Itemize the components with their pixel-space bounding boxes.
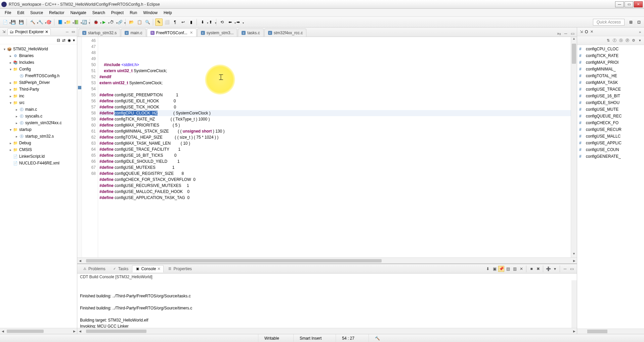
next-annotation-button[interactable]: ⬇▾ (199, 18, 206, 26)
expand-icon[interactable]: ▸ (8, 54, 13, 58)
toggle-word-wrap-button[interactable]: ↩ (179, 18, 187, 26)
outline-item[interactable]: #configMAX_PRIOI (577, 59, 644, 66)
menu-search[interactable]: Search (90, 9, 108, 16)
build-target-button[interactable]: 🎯 (45, 18, 52, 26)
new-button[interactable]: 📄▾ (1, 18, 9, 26)
code-line[interactable]: #define configUSE_TICK_HOOK 0 (99, 104, 571, 110)
open-task-button[interactable]: 📋 (136, 18, 143, 26)
expand-icon[interactable]: ▸ (8, 61, 13, 64)
open-console-icon[interactable]: ▥ (512, 266, 518, 272)
hide-fields-icon[interactable]: ⓕ (612, 38, 617, 43)
new-class-button[interactable]: 📗▾ (73, 18, 80, 26)
minimize-button[interactable]: — (615, 1, 624, 7)
code-line[interactable]: #define configUSE_PREEMPTION 1 (99, 92, 571, 98)
expand-icon[interactable]: ▸ (14, 121, 19, 125)
outline-close-icon[interactable]: ✕ (589, 29, 594, 35)
code-line[interactable]: #define configCHECK_FOR_STACK_OVERFLOW 0 (99, 177, 571, 183)
outline-item[interactable]: #configGENERATE_ (577, 153, 644, 160)
expand-icon[interactable]: ▸ (8, 94, 13, 98)
editor-body[interactable]: 4647484950515253545556575859606162636465… (77, 37, 577, 257)
save-all-button[interactable]: 💾 (17, 18, 25, 26)
bottom-maximize-icon[interactable]: ▭ (569, 266, 575, 272)
clear-console-icon[interactable]: ✕ (518, 266, 524, 272)
expand-icon[interactable]: ▸ (14, 135, 19, 138)
editor-tab[interactable]: ctasks.c (238, 29, 263, 37)
menu-file[interactable]: File (2, 9, 14, 16)
tree-hscrollbar[interactable]: ◀▶ (0, 328, 77, 334)
code-line[interactable]: #define configTOTAL_HEAP_SIZE ( ( size_t… (99, 134, 571, 140)
outline-menu-icon[interactable]: ▾ (637, 38, 643, 43)
forward-button[interactable]: ➡▾ (234, 18, 242, 26)
editor-overflow-icon[interactable]: »₂ (556, 31, 562, 37)
last-edit-button[interactable]: ⟲ (218, 18, 226, 26)
code-line[interactable]: #define configUSE_IDLE_HOOK 0 (99, 98, 571, 104)
outline-item[interactable]: #configUSE_MALLC (577, 133, 644, 140)
menu-navigate[interactable]: Navigate (68, 9, 89, 16)
new-console-icon[interactable]: ➕ (545, 266, 551, 272)
remove-launch-icon[interactable]: ✖ (535, 266, 541, 272)
menu-run[interactable]: Run (127, 9, 140, 16)
project-explorer-tab[interactable]: 🗂 Project Explorer ✕ (7, 29, 51, 35)
tree-item[interactable]: ⓗFreeRTOSConfig.h (1, 72, 76, 79)
code-line[interactable]: #define configTICK_RATE_HZ ( ( TickType_… (99, 116, 571, 122)
code-line[interactable]: #define configQUEUE_REGISTRY_SIZE 8 (99, 170, 571, 177)
hide-static-icon[interactable]: ⓢ (618, 38, 624, 43)
tree-item[interactable]: ▸ⓒmain.c (1, 106, 76, 113)
outline-item[interactable]: #configTICK_RATE (577, 52, 644, 59)
console-hscrollbar[interactable]: ◀▶ (77, 328, 577, 334)
expand-icon[interactable]: ▸ (8, 148, 13, 152)
maximize-button[interactable]: ▭ (625, 1, 633, 7)
outline-item[interactable]: #configQUEUE_REC (577, 113, 644, 119)
bottom-tab-console[interactable]: ▣Console ✕ (132, 265, 164, 273)
tree-item[interactable]: ▸📁inc (1, 93, 76, 99)
tab-close-icon[interactable]: ✕ (157, 266, 161, 271)
refresh-button[interactable]: 🔄▾ (81, 18, 88, 26)
code-line[interactable]: #define configUSE_16_BIT_TICKS 0 (99, 152, 571, 158)
quick-access-input[interactable]: Quick Access (593, 19, 625, 26)
editor-tab[interactable]: cstm32f4xx_rcc.c (264, 29, 307, 37)
code-line[interactable]: #define configMAX_PRIORITIES ( 5 ) (99, 122, 571, 128)
outline-item[interactable]: #configUSE_RECUR (577, 126, 644, 133)
expand-icon[interactable]: ▾ (8, 128, 13, 132)
outline-item[interactable]: #configMINIMAL_ (577, 66, 644, 72)
expand-icon[interactable]: ▸ (14, 108, 19, 111)
tree-item[interactable]: ▾📦STM32_HelloWorld (1, 46, 76, 52)
tree-item[interactable]: 📄LinkerScript.ld (1, 153, 76, 160)
tree-item[interactable]: ▾📁Config (1, 66, 76, 72)
code-line[interactable]: #define configUSE_MUTEXES 1 (99, 164, 571, 170)
prev-annotation-button[interactable]: ⬆▾ (207, 18, 214, 26)
bottom-tab-properties[interactable]: ☰Properties (164, 265, 195, 273)
toggle-mark-button[interactable]: ✎ (155, 18, 163, 26)
tab-close-icon[interactable]: ✕ (190, 31, 193, 35)
outline-item[interactable]: #configIDLE_SHOU (577, 99, 644, 106)
build-config-button[interactable]: 🔧▾ (37, 18, 44, 26)
terminate-icon[interactable]: ■ (528, 266, 534, 272)
scroll-lock-icon[interactable]: ⬇ (485, 266, 491, 272)
outline-overflow-icon[interactable]: » (637, 29, 643, 35)
console-dropdown-icon[interactable]: ▾ (552, 266, 558, 272)
tree-item[interactable]: ▸ⓢstartup_stm32.s (1, 133, 76, 140)
open-perspective-button[interactable]: ⊞ (627, 18, 635, 26)
code-line[interactable]: #define configUSE_APPLICATION_TASK_TAG 0 (99, 195, 571, 201)
filter-icon[interactable]: ⚙ (631, 38, 636, 43)
external-button[interactable]: 🔗▾ (116, 18, 124, 26)
code-line[interactable]: #define configUSE_TRACE_FACILITY 1 (99, 146, 571, 152)
code-line[interactable]: #define configMAX_TASK_NAME_LEN ( 10 ) (99, 140, 571, 146)
new-folder-button[interactable]: 📁▾ (65, 18, 72, 26)
expand-icon[interactable]: ▸ (8, 88, 13, 91)
collapse-all-icon[interactable]: ⊟ (57, 38, 60, 43)
search-button[interactable]: 🔍 (144, 18, 151, 26)
menu-project[interactable]: Project (109, 9, 126, 16)
tree-item[interactable]: ▸📁CMSIS (1, 146, 76, 153)
editor-vscrollbar[interactable]: ▲ ▼ (571, 37, 577, 257)
show-whitespace-button[interactable]: ¶ (171, 18, 179, 26)
tree-item[interactable]: ▸📁Debug (1, 140, 76, 146)
expand-icon[interactable]: ▸ (8, 81, 13, 85)
outline-hscrollbar[interactable] (577, 329, 644, 334)
code-line[interactable]: #define configMINIMAL_STACK_SIZE ( ( uns… (99, 128, 571, 134)
open-type-button[interactable]: 📂 (128, 18, 135, 26)
toggle-block-button[interactable]: ⬜ (163, 18, 171, 26)
cpp-perspective-button[interactable]: ⊡ (635, 18, 643, 26)
outline-item[interactable]: #configUSE_MUTE (577, 106, 644, 113)
bottom-minimize-icon[interactable]: ─ (562, 266, 568, 272)
